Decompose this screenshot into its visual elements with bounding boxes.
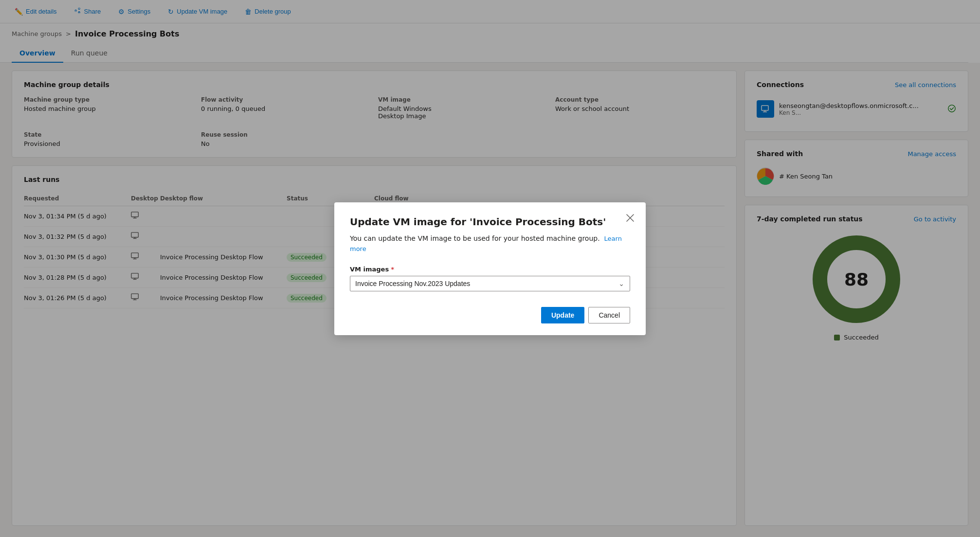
cancel-button[interactable]: Cancel [588,307,630,323]
update-button[interactable]: Update [541,307,584,323]
vm-images-select[interactable]: Invoice Processing Nov.2023 Updates Defa… [350,276,630,291]
required-indicator: * [391,266,394,273]
vm-images-select-wrapper: Invoice Processing Nov.2023 Updates Defa… [350,276,630,291]
modal-close-button[interactable] [624,212,636,224]
update-vm-modal: Update VM image for 'Invoice Processing … [334,202,646,335]
modal-overlay: Update VM image for 'Invoice Processing … [0,0,980,537]
vm-images-field: VM images * Invoice Processing Nov.2023 … [350,266,630,291]
modal-title: Update VM image for 'Invoice Processing … [350,216,630,228]
modal-actions: Update Cancel [350,307,630,323]
vm-images-label: VM images * [350,266,630,273]
modal-description: You can update the VM image to be used f… [350,233,630,254]
